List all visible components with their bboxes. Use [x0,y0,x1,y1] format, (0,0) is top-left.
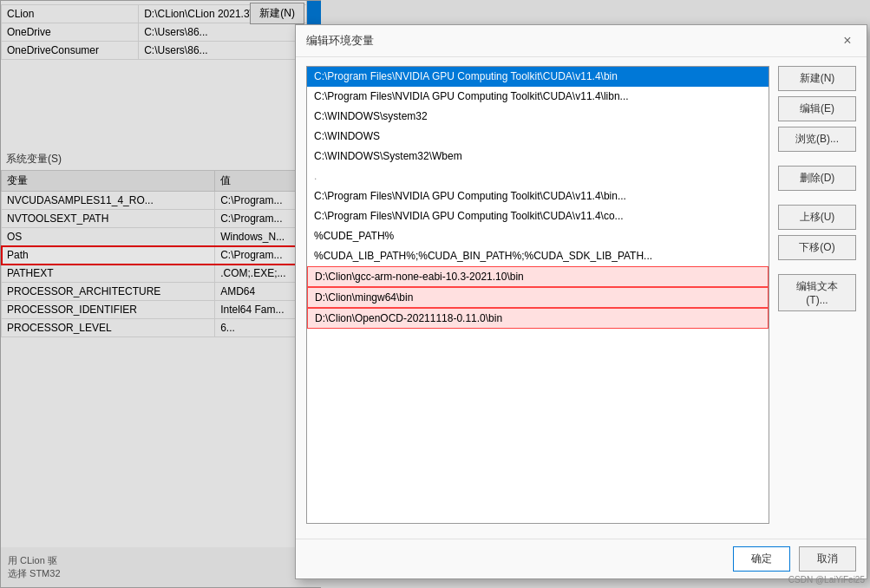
modal-title: 编辑环境变量 [306,33,374,49]
modal-footer: 确定 取消 [296,539,867,578]
path-item[interactable]: %CUDA_LIB_PATH%;%CUDA_BIN_PATH%;%CUDA_SD… [307,246,769,266]
edit-env-dialog: 编辑环境变量 × C:\Program Files\NVIDIA GPU Com… [295,24,867,579]
path-item[interactable]: D:\Clion\mingw64\bin [307,287,769,308]
path-item[interactable]: %CUDE_PATH% [307,226,769,246]
modal-overlay: 编辑环境变量 × C:\Program Files\NVIDIA GPU Com… [0,0,870,588]
delete-path-button[interactable]: 删除(D) [778,166,856,191]
new-path-button[interactable]: 新建(N) [778,66,856,91]
browse-path-button[interactable]: 浏览(B)... [778,127,856,152]
path-item[interactable]: D:\Clion\OpenOCD-20211118-0.11.0\bin [307,308,769,329]
edit-text-button[interactable]: 编辑文本(T)... [778,274,856,311]
cancel-button[interactable]: 取消 [799,546,856,572]
path-item[interactable]: C:\Program Files\NVIDIA GPU Computing To… [307,87,769,107]
modal-side-buttons: 新建(N) 编辑(E) 浏览(B)... 删除(D) 上移(U) 下移(O) 编… [778,66,856,524]
path-item[interactable]: C:\Program Files\NVIDIA GPU Computing To… [307,67,769,87]
path-item[interactable]: C:\WINDOWS\System32\Wbem [307,147,769,167]
watermark: CSDN @LaiYiFei25 [788,575,865,585]
path-item[interactable]: . [307,167,769,186]
ok-button[interactable]: 确定 [733,546,790,572]
path-list[interactable]: C:\Program Files\NVIDIA GPU Computing To… [306,66,769,524]
modal-body: C:\Program Files\NVIDIA GPU Computing To… [296,57,867,532]
move-down-button[interactable]: 下移(O) [778,235,856,260]
move-up-button[interactable]: 上移(U) [778,205,856,230]
close-button[interactable]: × [839,32,856,49]
path-item[interactable]: C:\WINDOWS [307,127,769,147]
path-item[interactable]: D:\Clion\gcc-arm-none-eabi-10.3-2021.10\… [307,266,769,287]
path-item[interactable]: C:\Program Files\NVIDIA GPU Computing To… [307,206,769,226]
path-item[interactable]: C:\Program Files\NVIDIA GPU Computing To… [307,186,769,206]
edit-path-button[interactable]: 编辑(E) [778,96,856,121]
path-item[interactable]: C:\WINDOWS\system32 [307,107,769,127]
modal-titlebar: 编辑环境变量 × [296,25,867,57]
